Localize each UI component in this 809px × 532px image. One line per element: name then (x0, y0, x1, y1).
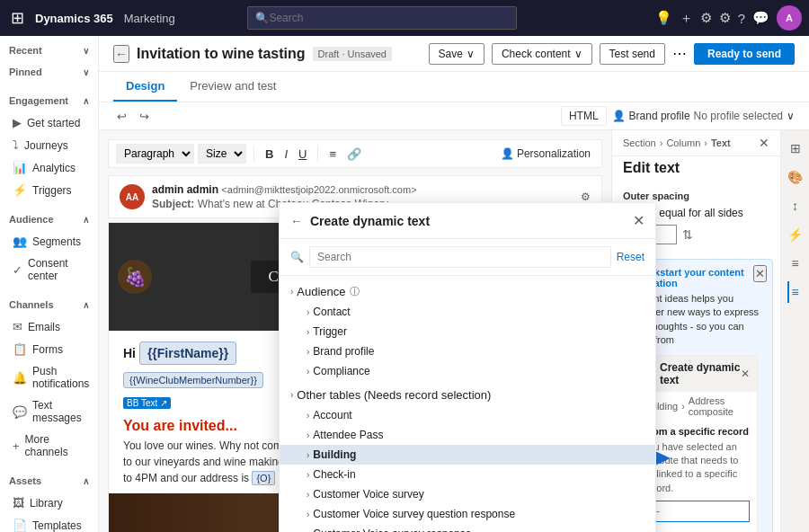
redo-button[interactable]: ↪ (136, 108, 153, 125)
firstname-personalization[interactable]: {{FirstName}} (139, 341, 236, 365)
tree-child-cv-question[interactable]: › Customer Voice survey question respons… (280, 504, 655, 524)
sidebar-item-consent[interactable]: ✓ Consent center (0, 253, 98, 287)
panel-icon-4[interactable]: ⚡ (784, 224, 806, 245)
record-input[interactable] (643, 501, 750, 522)
sidebar-audience[interactable]: Audience ∧ (0, 208, 98, 230)
panel-icon-active[interactable]: ≡ (787, 281, 802, 303)
recent-label: Recent (9, 45, 42, 56)
chevron-down-icon: ∧ (83, 476, 89, 486)
tree-child-brand-profile[interactable]: › Brand profile (280, 341, 655, 361)
journey-icon: ⤵ (13, 138, 19, 152)
search-icon: 🔍 (255, 12, 269, 24)
brand-profile[interactable]: 👤 Brand profile No profile selected ∨ (612, 110, 795, 122)
html-button[interactable]: HTML (561, 106, 607, 126)
inner-close-button[interactable]: ✕ (741, 368, 750, 380)
modal-back-button[interactable]: ← (290, 214, 303, 228)
tree-child-cv-response[interactable]: › Customer Voice survey response (280, 524, 655, 532)
check-content-button[interactable]: Check content ∨ (492, 43, 592, 65)
more-actions-button[interactable]: ⋯ (672, 45, 687, 62)
modal-close-button[interactable]: ✕ (633, 212, 645, 229)
undo-button[interactable]: ↩ (113, 108, 130, 125)
paragraph-select[interactable]: Paragraph (116, 144, 194, 164)
panel-icon-3[interactable]: ↕ (788, 195, 802, 217)
app-grid-icon[interactable]: ⊞ (7, 4, 28, 31)
templates-icon: 📄 (13, 519, 27, 532)
save-button[interactable]: Save ∨ (429, 43, 485, 65)
panel-icon-2[interactable]: 🎨 (784, 166, 806, 188)
link-button[interactable]: 🔗 (343, 146, 365, 163)
tab-preview[interactable]: Preview and test (177, 72, 289, 102)
search-input[interactable] (269, 12, 509, 24)
tree-header-other-tables[interactable]: › Other tables (Needs record selection) (280, 385, 655, 405)
sidebar-item-text-messages[interactable]: 💬 Text messages (0, 395, 98, 429)
tab-bar: Design Preview and test (99, 72, 809, 102)
user-avatar[interactable]: A (777, 5, 802, 31)
personalization-button[interactable]: 👤 Personalization (497, 146, 594, 162)
help-icon[interactable]: ? (738, 11, 745, 26)
test-send-button[interactable]: Test send (600, 43, 665, 65)
plus-icon[interactable]: ＋ (680, 10, 693, 27)
sidebar-item-emails[interactable]: ✉ Emails (0, 315, 98, 338)
chevron-down-icon: ∨ (83, 46, 89, 56)
modal-search-input[interactable] (309, 246, 611, 268)
tab-design[interactable]: Design (113, 72, 177, 102)
sidebar-channels[interactable]: Channels ∧ (0, 294, 98, 315)
underline-button[interactable]: U (295, 146, 310, 163)
back-button[interactable]: ← (113, 45, 129, 63)
sub-header: ← Invitation to wine tasting Draft · Uns… (99, 36, 809, 72)
sender-avatar: AA (120, 184, 145, 209)
ready-to-send-label: Ready to send (707, 48, 781, 60)
filter-icon[interactable]: ⚙ (700, 10, 712, 26)
lightbulb-icon[interactable]: 💡 (655, 10, 672, 26)
forms-icon: 📋 (13, 342, 27, 356)
tree-child-compliance[interactable]: › Compliance (280, 361, 655, 381)
sidebar-item-more-channels[interactable]: + More channels (0, 429, 98, 463)
sidebar-item-push[interactable]: 🔔 Push notifications (0, 360, 98, 395)
hi-text: Hi (123, 346, 139, 360)
more-icon: + (13, 439, 20, 453)
from-record-label: From a specific record (643, 426, 750, 437)
chevron-down-icon: ∧ (83, 96, 89, 106)
panel-title: Edit text (612, 156, 780, 183)
italic-button[interactable]: I (280, 146, 291, 163)
sidebar-item-templates[interactable]: 📄 Templates (0, 514, 98, 532)
breadcrumb: Section › Column › Text (623, 137, 731, 148)
panel-icon-1[interactable]: ⊞ (787, 137, 805, 159)
sidebar-recent[interactable]: Recent ∨ (0, 40, 98, 61)
settings-icon[interactable]: ⚙ (719, 10, 731, 26)
sidebar-engagement[interactable]: Engagement ∧ (0, 90, 98, 111)
sidebar-item-segments[interactable]: 👥 Segments (0, 230, 98, 253)
member-personalization[interactable]: {{WineClubMemberNumber}} (123, 372, 263, 388)
tree-child-trigger[interactable]: › Trigger (280, 322, 655, 341)
sidebar-pinned[interactable]: Pinned ∨ (0, 61, 98, 83)
tree-child-cv-survey[interactable]: › Customer Voice survey (280, 484, 655, 504)
ready-to-send-button[interactable]: Ready to send (694, 43, 795, 65)
reset-button[interactable]: Reset (617, 251, 645, 263)
save-label: Save (439, 48, 463, 60)
sidebar-item-forms[interactable]: 📋 Forms (0, 338, 98, 360)
close-panel-button[interactable]: ✕ (759, 136, 769, 150)
tree-header-audience[interactable]: › Audience ⓘ (280, 281, 655, 302)
undo-bar: ↩ ↪ HTML 👤 Brand profile No profile sele… (99, 102, 809, 130)
tree-child-check-in[interactable]: › Check-in (280, 465, 655, 484)
sidebar-assets[interactable]: Assets ∧ (0, 470, 98, 492)
tree-child-attendee-pass[interactable]: › Attendee Pass (280, 425, 655, 445)
settings-icon[interactable]: ⚙ (581, 191, 591, 203)
size-select[interactable]: Size (198, 144, 246, 164)
sidebar-item-journeys[interactable]: ⤵ Journeys (0, 134, 98, 156)
panel-icon-5[interactable]: ≡ (787, 253, 802, 274)
kickstart-close-button[interactable]: ✕ (753, 265, 767, 282)
person-icon: 👤 (501, 147, 514, 160)
sidebar-item-library[interactable]: 🖼 Library (0, 492, 98, 514)
tree-child-contact[interactable]: › Contact (280, 302, 655, 322)
bold-button[interactable]: B (262, 146, 277, 163)
chat-icon[interactable]: 💬 (752, 10, 769, 26)
tree-child-building[interactable]: › Building (280, 445, 655, 465)
sidebar-item-analytics[interactable]: 📊 Analytics (0, 156, 98, 179)
text-badge: BB Text ↗ (123, 397, 171, 409)
align-left-button[interactable]: ≡ (325, 146, 340, 163)
sidebar-item-triggers[interactable]: ⚡ Triggers (0, 179, 98, 201)
tree-child-account[interactable]: › Account (280, 405, 655, 425)
grape-icon: 🍇 (118, 260, 152, 294)
sidebar-item-get-started[interactable]: ▶ Get started (0, 111, 98, 134)
